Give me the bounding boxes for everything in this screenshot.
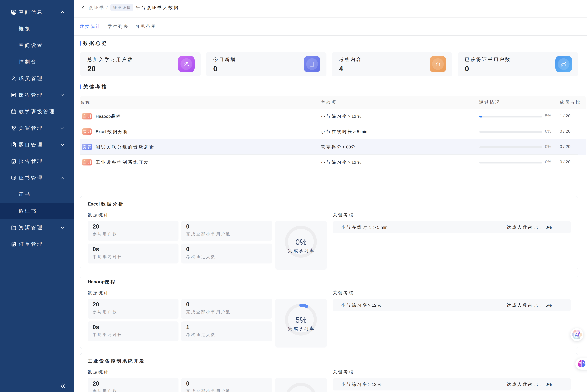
- svg-text:Ai: Ai: [575, 332, 579, 338]
